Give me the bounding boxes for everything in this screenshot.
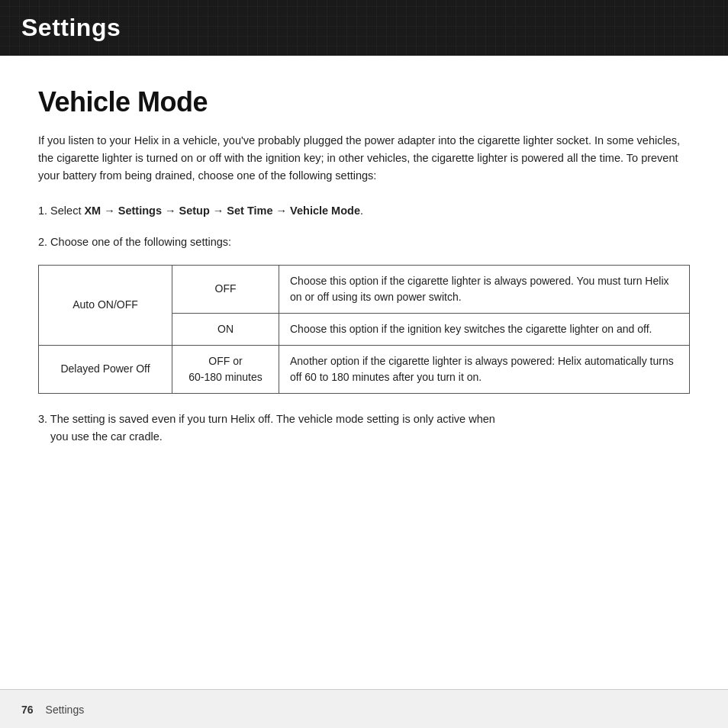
step-3: 3. The setting is saved even if you turn… [38,411,690,446]
delayed-power-off-setting: OFF or60-180 minutes [172,345,279,393]
page-title: Vehicle Mode [38,86,690,118]
delayed-power-off-label: Delayed Power Off [39,345,172,393]
auto-off-setting: OFF [172,265,279,313]
step1-prefix: 1. Select [38,205,84,217]
auto-on-description: Choose this option if the ignition key s… [279,313,690,345]
step1-nav: XM → Settings → Setup → Set Time → Vehic… [84,205,360,217]
main-content: Vehicle Mode If you listen to your Helix… [0,56,728,689]
step-2: 2. Choose one of the following settings: [38,234,690,251]
auto-on-setting: ON [172,313,279,345]
page-number: 76 [21,704,34,716]
auto-onoff-label: Auto ON/OFF [39,265,172,345]
step-1: 1. Select XM → Settings → Setup → Set Ti… [38,202,690,220]
settings-table: Auto ON/OFF OFF Choose this option if th… [38,265,690,394]
step1-suffix: . [360,205,363,217]
auto-off-description: Choose this option if the cigarette ligh… [279,265,690,313]
table-row-auto-off: Auto ON/OFF OFF Choose this option if th… [39,265,690,313]
footer-label: Settings [46,704,85,716]
page-header: Settings [0,0,728,56]
header-title: Settings [21,14,121,41]
intro-paragraph: If you listen to your Helix in a vehicle… [38,132,690,185]
table-row-delayed: Delayed Power Off OFF or60-180 minutes A… [39,345,690,393]
delayed-power-off-description: Another option if the cigarette lighter … [279,345,690,393]
page-footer: 76 Settings [0,689,728,728]
